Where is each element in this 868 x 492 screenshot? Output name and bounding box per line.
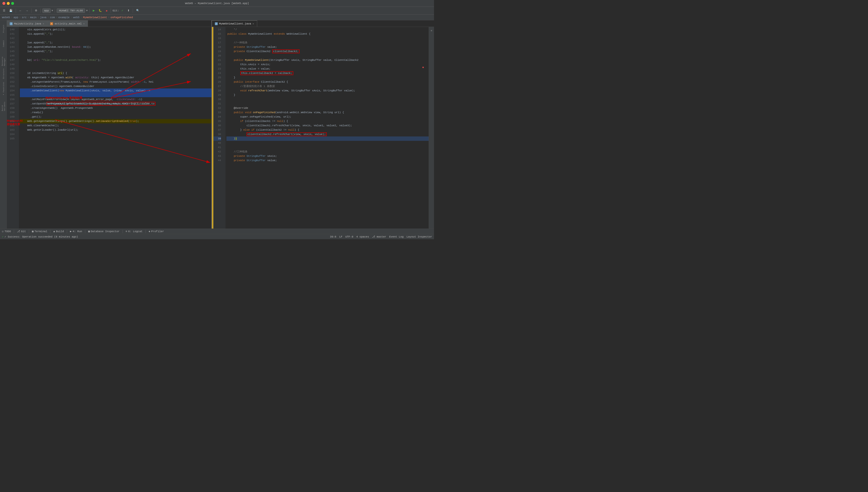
ln-165: 165 [7, 137, 15, 141]
tab-mainactivity[interactable]: J MainActivity.java ✕ [7, 20, 47, 27]
rln-44: 44 [213, 158, 221, 163]
terminal-item[interactable]: ▦ Terminal [32, 230, 47, 233]
code-panels: 140 141 142 143 144 145 146 147 148 149 … [7, 27, 434, 228]
rln-37: 37 [213, 128, 221, 132]
left-sidebar: Project Commit Resource Manager Structur… [0, 20, 7, 228]
right-sidebar: ⊞ [429, 27, 434, 228]
rcode-35: if (clientCallback1 != null) { [227, 119, 429, 123]
bc-main[interactable]: main [30, 16, 36, 19]
search-btn[interactable]: 🔍 [135, 8, 141, 13]
tab-mywebviewclient[interactable]: J MyWebViewClient.java ✕ [212, 20, 257, 27]
todo-label: TODO [5, 230, 11, 233]
code-line-143: lue.append(","); [20, 41, 211, 45]
toolbar-back-btn[interactable]: ← [18, 8, 23, 13]
ln-156: 156 [7, 97, 15, 102]
rcode-15: public class MyWebViewClient extends Web… [227, 32, 429, 36]
rln-34: 34 [213, 115, 221, 119]
left-code-text[interactable]: xis.append(strs.get(i)); xis.append(",")… [19, 27, 211, 228]
profiler-item[interactable]: ◈ Profiler [149, 230, 164, 233]
sidebar-structure-icon[interactable]: Structure [1, 67, 6, 81]
stop-btn[interactable]: ■ [104, 8, 109, 13]
right-gutter [222, 27, 226, 228]
tab-close-3[interactable]: ✕ [253, 22, 254, 25]
rln-20: 20 [213, 54, 221, 58]
bc-app[interactable]: app [14, 16, 19, 19]
rln-29: 29 [213, 93, 221, 97]
rcode-32: @Override [227, 106, 429, 110]
build-item[interactable]: ▲ Build [53, 230, 64, 233]
close-button[interactable] [2, 2, 5, 5]
rln-17: 17 [213, 41, 221, 45]
bc-com[interactable]: com [50, 16, 55, 19]
status-lf: LF [339, 235, 342, 238]
bc-webh5[interactable]: WebH5 [2, 16, 10, 19]
right-code-panel: 14 15 16 17 18 19 20 21 22 23 24 25 [212, 27, 429, 228]
tab-activity-main[interactable]: X activity_main.xml ✕ [47, 20, 88, 27]
rln-35: 35 [213, 119, 221, 123]
toolbar-save-btn[interactable]: 💾 [8, 8, 14, 13]
bc-onpagefinished[interactable]: onPageFinished [110, 16, 133, 19]
xml-icon: X [50, 22, 53, 25]
debug-btn[interactable]: 🐛 [97, 8, 103, 13]
sidebar-buildvariants-icon[interactable]: Build Variants [1, 96, 6, 111]
ln-150: 150 [7, 71, 15, 75]
database-inspector-item[interactable]: ▦ Database Inspector [88, 230, 120, 233]
profiler-icon: ◈ [149, 230, 150, 233]
todo-item[interactable]: ☑ TODO [2, 230, 11, 233]
bc-example[interactable]: example [58, 16, 70, 19]
run-item[interactable]: ▶ 4: Run [70, 230, 82, 233]
left-gutter [16, 27, 19, 228]
run-btn[interactable]: ▶ [91, 8, 96, 13]
status-layout-inspector[interactable]: Layout Inspector [406, 235, 432, 238]
tab-close-2[interactable]: ✕ [83, 22, 84, 25]
right-code-content: 14 15 16 17 18 19 20 21 22 23 24 25 [213, 27, 429, 228]
code-line-148 [20, 62, 211, 67]
ln-155: 155 [7, 93, 15, 97]
ln-158: 158 [7, 106, 15, 110]
status-utf8: UTF-8 [345, 235, 353, 238]
logcat-item[interactable]: ≡ 6: Logcat [126, 230, 143, 233]
rln-16: 16 [213, 36, 221, 41]
code-line-165 [20, 137, 211, 141]
device-selector[interactable]: HUAWEI TNY-AL00 [57, 8, 85, 13]
ln-148: 148 [7, 62, 15, 67]
sidebar-resource-icon[interactable]: Resource Manager [1, 51, 6, 66]
minimize-button[interactable] [7, 2, 10, 5]
rcode-27: //普通线性统计表 1 条数据 [227, 84, 429, 89]
sidebar-project-icon[interactable]: Project [1, 21, 6, 36]
toolbar: ☰ 💾 ← → ⚙ app ▼ HUAWEI TNY-AL00 ▼ ▶ 🐛 ■ … [0, 7, 434, 15]
toolbar-forward-btn[interactable]: → [24, 8, 30, 13]
git-check-btn[interactable]: ✓ [120, 8, 125, 13]
status-event-log[interactable]: Event Log [389, 235, 403, 238]
sidebar-commit-icon[interactable]: Commit [1, 36, 6, 51]
rcode-38: clientCallback2.refreshChart(view, xAxis… [227, 132, 429, 137]
rsidebar-icon-1[interactable]: ⊞ [429, 28, 434, 33]
bc-src[interactable]: src [22, 16, 27, 19]
bc-mywebviewclient[interactable]: MyWebViewClient [83, 16, 107, 19]
right-code-text[interactable]: */ public class MyWebViewClient extends … [226, 27, 429, 228]
status-left: ✓ ✓ Success: Operation succeeded (8 minu… [2, 235, 78, 238]
code-line-163: Web.getUrlLoader().loadUrl(url); [20, 128, 211, 132]
bottom-sep-3 [50, 230, 50, 233]
ln-151: 151 [7, 75, 15, 80]
rcode-39: }} [227, 137, 429, 141]
code-line-160: .get(); [20, 115, 211, 119]
bc-web5[interactable]: web5 [73, 16, 79, 19]
git-item[interactable]: ⎇ Git [17, 230, 26, 233]
rln-27: 27 [213, 84, 221, 89]
app-selector[interactable]: app [43, 8, 51, 13]
tab-close[interactable]: ✕ [43, 22, 44, 25]
git-commit-btn[interactable]: ⬆ [126, 8, 131, 13]
maximize-button[interactable] [11, 2, 14, 5]
sidebar-favorites-icon[interactable]: ★ Favorites [1, 81, 6, 96]
toolbar-menu-btn[interactable]: ☰ [1, 8, 7, 13]
code-line-145: lue.append(","); [20, 49, 211, 54]
code-line-161: Web.getAgentWebSettings().getWebSettings… [20, 119, 211, 123]
run-label: 4: Run [73, 230, 82, 233]
bc-java[interactable]: java [40, 16, 46, 19]
bottom-sep-4 [67, 230, 67, 233]
rln-36: 36 [213, 123, 221, 128]
rcode-23: this.value = value; [227, 67, 429, 71]
bottom-sep-2 [29, 230, 29, 233]
toolbar-action-btn[interactable]: ⚙ [33, 8, 39, 13]
